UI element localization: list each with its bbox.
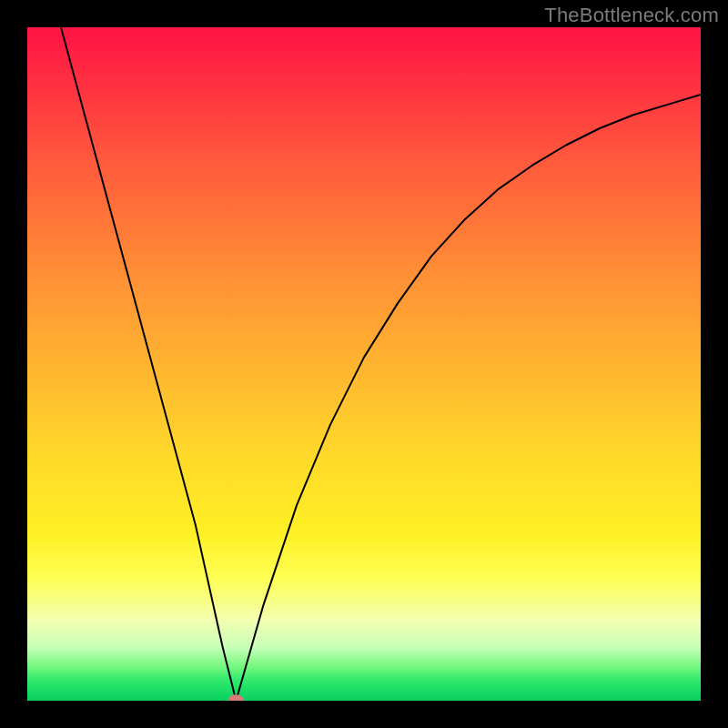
- curve-layer: [27, 27, 701, 701]
- watermark-label: TheBottleneck.com: [544, 4, 719, 27]
- chart-frame: TheBottleneck.com: [0, 0, 728, 728]
- min-marker: [228, 694, 245, 701]
- plot-area: [27, 27, 701, 701]
- bottleneck-curve: [61, 27, 701, 701]
